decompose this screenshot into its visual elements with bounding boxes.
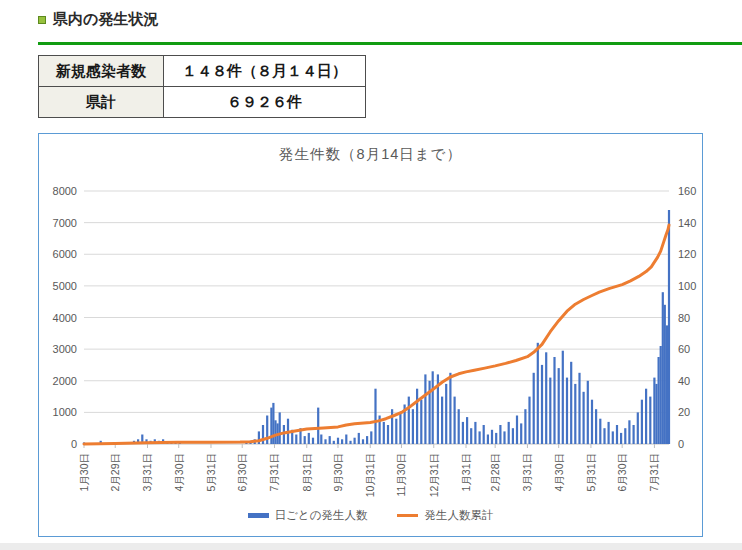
legend-item-cumulative: 発生人数累計 [397,508,493,523]
svg-text:12月31日: 12月31日 [428,453,440,497]
chart-card: 発生件数（8月14日まで） 01000200030004000500060007… [38,133,703,537]
svg-text:40: 40 [678,375,690,387]
chart-legend: 日ごとの発生人数 発生人数累計 [39,508,702,523]
svg-text:2月29日: 2月29日 [109,453,121,492]
svg-text:2月28日: 2月28日 [489,453,501,492]
svg-text:3000: 3000 [53,343,77,355]
svg-text:140: 140 [678,217,696,229]
svg-text:7月31日: 7月31日 [268,453,280,492]
svg-text:5000: 5000 [53,280,77,292]
svg-text:2000: 2000 [53,375,77,387]
combo-chart: 0100020003000400050006000700080000204060… [39,134,701,535]
svg-text:5月31日: 5月31日 [205,453,217,492]
svg-text:120: 120 [678,248,696,260]
new-cases-value: １４８件（８月１４日） [164,56,366,87]
svg-text:20: 20 [678,406,690,418]
svg-text:8000: 8000 [53,185,77,197]
legend-cumulative-label: 発生人数累計 [424,508,493,523]
svg-text:160: 160 [678,185,696,197]
svg-text:80: 80 [678,312,690,324]
svg-text:60: 60 [678,343,690,355]
svg-text:5月31日: 5月31日 [585,453,597,492]
svg-text:4月30日: 4月30日 [173,453,185,492]
svg-text:6000: 6000 [53,248,77,260]
total-label: 県計 [39,87,164,118]
svg-text:6月30日: 6月30日 [616,453,628,492]
svg-text:10月31日: 10月31日 [364,453,376,497]
svg-text:7月31日: 7月31日 [648,453,660,492]
svg-text:4000: 4000 [53,312,77,324]
total-value: ６９２６件 [164,87,366,118]
svg-text:3月31日: 3月31日 [521,453,533,492]
svg-text:3月31日: 3月31日 [141,453,153,492]
svg-text:9月30日: 9月30日 [332,453,344,492]
new-cases-label: 新規感染者数 [39,56,164,87]
svg-text:11月30日: 11月30日 [395,453,407,497]
svg-text:1000: 1000 [53,406,77,418]
green-square-bullet-icon [38,16,46,24]
legend-bar-swatch-icon [248,513,269,518]
legend-line-swatch-icon [397,514,418,517]
svg-text:0: 0 [678,438,684,450]
page-bottom-edge [0,543,742,550]
page: 県内の発生状況 新規感染者数 １４８件（８月１４日） 県計 ６９２６件 発生件数… [0,0,742,550]
legend-item-daily: 日ごとの発生人数 [248,508,368,523]
section-heading: 県内の発生状況 [38,10,158,29]
svg-text:100: 100 [678,280,696,292]
svg-text:4月30日: 4月30日 [553,453,565,492]
table-row-total: 県計 ６９２６件 [39,87,366,118]
table-row-new-cases: 新規感染者数 １４８件（８月１４日） [39,56,366,87]
svg-text:1月31日: 1月31日 [460,453,472,492]
section-title: 県内の発生状況 [53,10,158,29]
svg-text:6月30日: 6月30日 [236,453,248,492]
svg-text:1月30日: 1月30日 [78,453,90,492]
svg-text:0: 0 [71,438,77,450]
green-divider [38,42,742,45]
legend-daily-label: 日ごとの発生人数 [275,508,368,523]
summary-table: 新規感染者数 １４８件（８月１４日） 県計 ６９２６件 [38,55,366,118]
svg-text:7000: 7000 [53,217,77,229]
svg-text:8月31日: 8月31日 [301,453,313,492]
